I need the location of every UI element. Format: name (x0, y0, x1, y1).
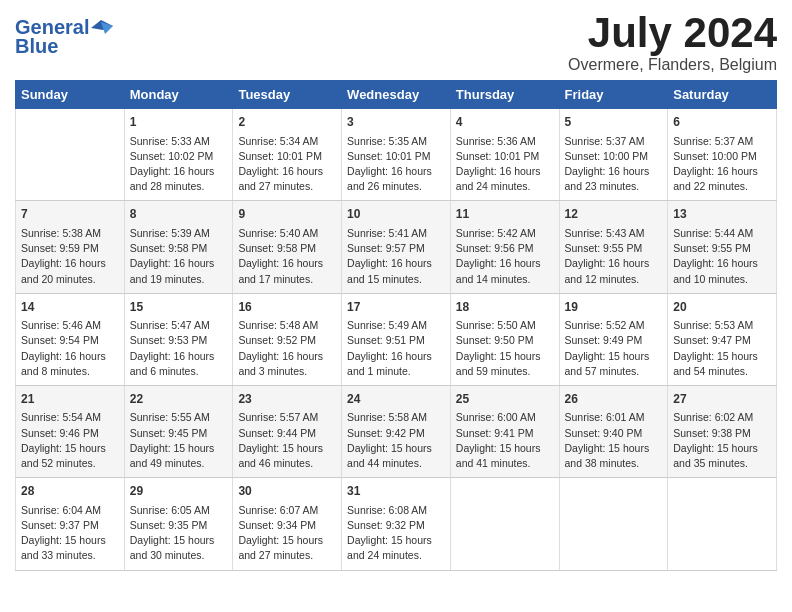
day-info-line: Sunrise: 5:44 AM (673, 226, 771, 241)
day-info-line: and 38 minutes. (565, 456, 663, 471)
day-info-line: Daylight: 16 hours (238, 164, 336, 179)
day-info-line: Sunrise: 5:53 AM (673, 318, 771, 333)
day-info-line: Daylight: 16 hours (238, 256, 336, 271)
day-info-line: and 35 minutes. (673, 456, 771, 471)
day-info-line: Sunset: 9:38 PM (673, 426, 771, 441)
day-number: 17 (347, 299, 445, 316)
day-info-line: Sunrise: 5:35 AM (347, 134, 445, 149)
day-cell: 30Sunrise: 6:07 AMSunset: 9:34 PMDayligh… (233, 478, 342, 570)
day-info-line: Sunrise: 5:41 AM (347, 226, 445, 241)
day-info-line: Sunset: 9:50 PM (456, 333, 554, 348)
day-info-line: Sunrise: 5:33 AM (130, 134, 228, 149)
day-cell: 24Sunrise: 5:58 AMSunset: 9:42 PMDayligh… (342, 385, 451, 477)
day-info-line: Sunset: 9:32 PM (347, 518, 445, 533)
day-info-line: Daylight: 16 hours (130, 349, 228, 364)
day-info-line: Sunset: 9:35 PM (130, 518, 228, 533)
day-info-line: and 46 minutes. (238, 456, 336, 471)
day-info-line: and 20 minutes. (21, 272, 119, 287)
day-info-line: and 28 minutes. (130, 179, 228, 194)
day-info-line: Sunrise: 5:43 AM (565, 226, 663, 241)
day-cell: 14Sunrise: 5:46 AMSunset: 9:54 PMDayligh… (16, 293, 125, 385)
day-cell: 1Sunrise: 5:33 AMSunset: 10:02 PMDayligh… (124, 109, 233, 201)
day-info-line: Daylight: 16 hours (130, 164, 228, 179)
title-block: July 2024 Overmere, Flanders, Belgium (568, 10, 777, 74)
day-number: 8 (130, 206, 228, 223)
day-info-line: Sunset: 9:53 PM (130, 333, 228, 348)
day-number: 16 (238, 299, 336, 316)
day-info-line: Sunrise: 6:07 AM (238, 503, 336, 518)
day-info-line: Sunrise: 5:48 AM (238, 318, 336, 333)
day-info-line: and 57 minutes. (565, 364, 663, 379)
calendar-header-row: SundayMondayTuesdayWednesdayThursdayFrid… (16, 81, 777, 109)
col-header-tuesday: Tuesday (233, 81, 342, 109)
day-info-line: Sunset: 9:44 PM (238, 426, 336, 441)
day-cell (559, 478, 668, 570)
day-info-line: Sunrise: 5:40 AM (238, 226, 336, 241)
location-subtitle: Overmere, Flanders, Belgium (568, 56, 777, 74)
day-number: 13 (673, 206, 771, 223)
day-number: 4 (456, 114, 554, 131)
day-info-line: and 27 minutes. (238, 548, 336, 563)
week-row-1: 1Sunrise: 5:33 AMSunset: 10:02 PMDayligh… (16, 109, 777, 201)
day-info-line: Sunset: 9:52 PM (238, 333, 336, 348)
day-number: 5 (565, 114, 663, 131)
logo-bird-icon (91, 20, 113, 36)
day-number: 25 (456, 391, 554, 408)
day-info-line: Daylight: 16 hours (238, 349, 336, 364)
day-cell: 6Sunrise: 5:37 AMSunset: 10:00 PMDayligh… (668, 109, 777, 201)
day-info-line: and 24 minutes. (456, 179, 554, 194)
day-info-line: Sunset: 9:42 PM (347, 426, 445, 441)
day-info-line: Sunrise: 5:36 AM (456, 134, 554, 149)
day-number: 7 (21, 206, 119, 223)
col-header-monday: Monday (124, 81, 233, 109)
day-info-line: and 33 minutes. (21, 548, 119, 563)
day-cell: 27Sunrise: 6:02 AMSunset: 9:38 PMDayligh… (668, 385, 777, 477)
day-cell: 19Sunrise: 5:52 AMSunset: 9:49 PMDayligh… (559, 293, 668, 385)
day-cell: 2Sunrise: 5:34 AMSunset: 10:01 PMDayligh… (233, 109, 342, 201)
day-cell: 13Sunrise: 5:44 AMSunset: 9:55 PMDayligh… (668, 201, 777, 293)
day-info-line: Sunset: 9:49 PM (565, 333, 663, 348)
week-row-3: 14Sunrise: 5:46 AMSunset: 9:54 PMDayligh… (16, 293, 777, 385)
day-info-line: and 23 minutes. (565, 179, 663, 194)
day-info-line: and 30 minutes. (130, 548, 228, 563)
day-number: 24 (347, 391, 445, 408)
day-number: 20 (673, 299, 771, 316)
day-info-line: and 22 minutes. (673, 179, 771, 194)
day-cell: 21Sunrise: 5:54 AMSunset: 9:46 PMDayligh… (16, 385, 125, 477)
day-number: 22 (130, 391, 228, 408)
day-info-line: and 12 minutes. (565, 272, 663, 287)
day-cell (668, 478, 777, 570)
day-cell (450, 478, 559, 570)
day-info-line: and 19 minutes. (130, 272, 228, 287)
day-info-line: Daylight: 16 hours (347, 256, 445, 271)
day-info-line: Sunset: 9:58 PM (238, 241, 336, 256)
day-info-line: Sunset: 9:55 PM (565, 241, 663, 256)
day-info-line: Daylight: 15 hours (21, 441, 119, 456)
day-cell: 3Sunrise: 5:35 AMSunset: 10:01 PMDayligh… (342, 109, 451, 201)
day-number: 6 (673, 114, 771, 131)
day-info-line: Daylight: 15 hours (130, 533, 228, 548)
day-info-line: Sunset: 10:00 PM (565, 149, 663, 164)
day-info-line: Sunrise: 5:37 AM (673, 134, 771, 149)
day-info-line: and 52 minutes. (21, 456, 119, 471)
logo: General Blue (15, 16, 113, 58)
col-header-thursday: Thursday (450, 81, 559, 109)
day-cell: 5Sunrise: 5:37 AMSunset: 10:00 PMDayligh… (559, 109, 668, 201)
week-row-2: 7Sunrise: 5:38 AMSunset: 9:59 PMDaylight… (16, 201, 777, 293)
day-cell: 9Sunrise: 5:40 AMSunset: 9:58 PMDaylight… (233, 201, 342, 293)
day-number: 9 (238, 206, 336, 223)
day-info-line: Sunset: 9:54 PM (21, 333, 119, 348)
day-info-line: and 41 minutes. (456, 456, 554, 471)
day-info-line: Daylight: 15 hours (238, 533, 336, 548)
day-info-line: Sunrise: 5:42 AM (456, 226, 554, 241)
day-number: 31 (347, 483, 445, 500)
day-info-line: Daylight: 16 hours (347, 349, 445, 364)
day-info-line: Sunrise: 5:54 AM (21, 410, 119, 425)
day-number: 19 (565, 299, 663, 316)
day-info-line: Sunrise: 6:08 AM (347, 503, 445, 518)
day-info-line: Daylight: 16 hours (21, 256, 119, 271)
day-info-line: Sunset: 9:46 PM (21, 426, 119, 441)
day-info-line: Sunset: 9:47 PM (673, 333, 771, 348)
day-number: 10 (347, 206, 445, 223)
day-cell: 31Sunrise: 6:08 AMSunset: 9:32 PMDayligh… (342, 478, 451, 570)
